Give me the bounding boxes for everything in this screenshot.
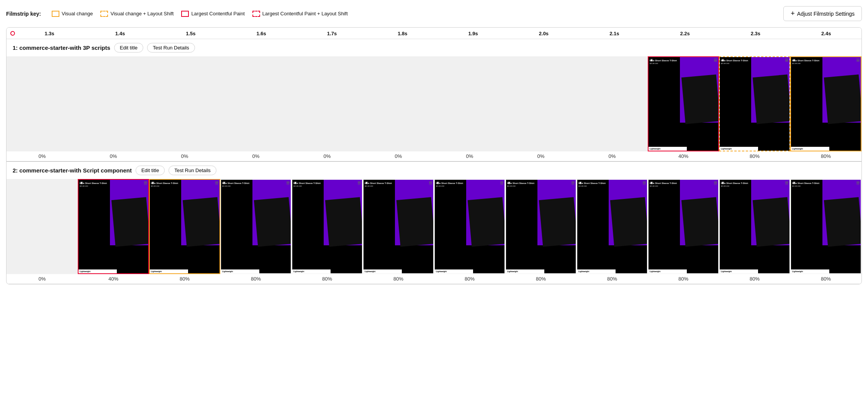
frame-cell-f1-1[interactable] bbox=[7, 56, 78, 151]
timeline-mark: 1.7s bbox=[296, 31, 367, 36]
product-info-f2-11: New Short Sleeve T-Shirt $25.99 USD bbox=[720, 181, 758, 188]
percent-cell-f1-10: 40% bbox=[648, 151, 719, 161]
frame-cell-f2-9[interactable]: New Short Sleeve T-Shirt $25.99 USD Ligh… bbox=[576, 179, 648, 274]
menu-lines bbox=[857, 59, 860, 62]
test-run-details-button-test-1[interactable]: Test Run Details bbox=[147, 43, 195, 53]
percent-cell-f2-9: 80% bbox=[576, 274, 648, 284]
timeline-mark: 2.1s bbox=[579, 31, 650, 36]
product-card-f1-10: New Short Sleeve T-Shirt $25.99 USD Ligh… bbox=[649, 57, 718, 151]
timeline-mark: 1.9s bbox=[438, 31, 508, 36]
menu-line-3 bbox=[500, 184, 503, 185]
product-title-f2-11: New Short Sleeve T-Shirt bbox=[721, 182, 757, 185]
product-card-f2-8: New Short Sleeve T-Shirt $25.99 USD Ligh… bbox=[506, 180, 576, 273]
frame-image-f1-10: New Short Sleeve T-Shirt $25.99 USD Ligh… bbox=[648, 56, 719, 151]
frame-image-f2-3: New Short Sleeve T-Shirt $25.99 USD Ligh… bbox=[149, 179, 220, 274]
frame-cell-f1-7[interactable] bbox=[434, 56, 505, 151]
frame-image-f1-7 bbox=[434, 56, 505, 151]
product-price-f2-12: $25.99 USD bbox=[792, 185, 828, 187]
percent-cell-f1-6: 0% bbox=[363, 151, 434, 161]
menu-line-1 bbox=[572, 181, 575, 182]
product-badge-f2-8: Lightweight bbox=[506, 269, 544, 273]
menu-lines bbox=[215, 181, 218, 185]
menu-line-1 bbox=[287, 181, 290, 182]
edit-title-button-test-2[interactable]: Edit title bbox=[136, 166, 165, 175]
menu-line-3 bbox=[358, 184, 361, 185]
product-price-f2-2: $25.99 USD bbox=[80, 185, 116, 187]
menu-lines bbox=[144, 181, 147, 185]
percent-cell-f2-11: 80% bbox=[719, 274, 790, 284]
product-title-f2-4: New Short Sleeve T-Shirt bbox=[222, 182, 258, 185]
frames-row-test-2: New Short Sleeve T-Shirt $25.99 USD Ligh… bbox=[7, 179, 861, 274]
product-badge-f2-7: Lightweight bbox=[435, 269, 473, 273]
timeline-dot bbox=[10, 31, 15, 36]
frame-cell-f1-11[interactable]: New Short Sleeve T-Shirt $25.99 USD Ligh… bbox=[719, 56, 790, 151]
frame-cell-f2-10[interactable]: New Short Sleeve T-Shirt $25.99 USD Ligh… bbox=[648, 179, 719, 274]
frame-cell-f1-8[interactable] bbox=[505, 56, 576, 151]
frame-cell-f2-1[interactable] bbox=[7, 179, 78, 274]
test-header-test-1: 1: commerce-starter-with 3P scriptsEdit … bbox=[7, 39, 861, 56]
legend-item-lcp: Largest Contentful Paint bbox=[181, 11, 244, 17]
percent-cell-f1-7: 0% bbox=[434, 151, 505, 161]
frame-cell-f1-9[interactable] bbox=[576, 56, 648, 151]
menu-line-3 bbox=[287, 184, 290, 185]
menu-line-1 bbox=[144, 181, 147, 182]
frame-cell-f2-6[interactable]: New Short Sleeve T-Shirt $25.99 USD Ligh… bbox=[363, 179, 434, 274]
product-info-f2-4: New Short Sleeve T-Shirt $25.99 USD bbox=[221, 181, 259, 188]
product-price-f2-10: $25.99 USD bbox=[650, 185, 686, 187]
product-shirt-img bbox=[183, 197, 220, 246]
product-card-f2-12: New Short Sleeve T-Shirt $25.99 USD Ligh… bbox=[791, 180, 861, 273]
timeline-mark: 1.4s bbox=[85, 31, 155, 36]
frame-cell-f2-4[interactable]: New Short Sleeve T-Shirt $25.99 USD Ligh… bbox=[220, 179, 292, 274]
menu-line-3 bbox=[643, 184, 646, 185]
percent-cell-f1-4: 0% bbox=[220, 151, 292, 161]
frame-cell-f1-10[interactable]: New Short Sleeve T-Shirt $25.99 USD Ligh… bbox=[648, 56, 719, 151]
frame-cell-f1-5[interactable] bbox=[292, 56, 363, 151]
timeline-marks: 1.3s1.4s1.5s1.6s1.7s1.8s1.9s2.0s2.1s2.2s… bbox=[14, 31, 861, 36]
adjust-filmstrip-button[interactable]: + Adjust Filmstrip Settings bbox=[783, 6, 862, 21]
product-shirt-img bbox=[254, 197, 292, 246]
frame-cell-f2-5[interactable]: New Short Sleeve T-Shirt $25.99 USD Ligh… bbox=[292, 179, 363, 274]
menu-lines bbox=[785, 181, 788, 185]
product-card-f2-5: New Short Sleeve T-Shirt $25.99 USD Ligh… bbox=[292, 180, 362, 273]
product-shirt-img bbox=[824, 197, 861, 246]
timeline-mark: 2.3s bbox=[720, 31, 791, 36]
frame-cell-f2-7[interactable]: New Short Sleeve T-Shirt $25.99 USD Ligh… bbox=[434, 179, 505, 274]
test-title-test-2: 2: commerce-starter-with Script componen… bbox=[13, 167, 132, 174]
product-title-f2-8: New Short Sleeve T-Shirt bbox=[507, 182, 543, 185]
product-card-f2-6: New Short Sleeve T-Shirt $25.99 USD Ligh… bbox=[364, 180, 433, 273]
product-info-f2-9: New Short Sleeve T-Shirt $25.99 USD bbox=[577, 181, 616, 188]
menu-line-3 bbox=[429, 184, 432, 185]
timeline-mark: 2.2s bbox=[650, 31, 720, 36]
percent-cell-f1-11: 80% bbox=[719, 151, 790, 161]
edit-title-button-test-1[interactable]: Edit title bbox=[114, 43, 143, 53]
test-run-details-button-test-2[interactable]: Test Run Details bbox=[169, 166, 216, 175]
legend-box-lcp-layout bbox=[252, 11, 260, 17]
menu-line-2 bbox=[572, 182, 575, 183]
frame-cell-f2-3[interactable]: New Short Sleeve T-Shirt $25.99 USD Ligh… bbox=[149, 179, 220, 274]
frame-cell-f2-2[interactable]: New Short Sleeve T-Shirt $25.99 USD Ligh… bbox=[78, 179, 149, 274]
product-price-f2-9: $25.99 USD bbox=[578, 185, 614, 187]
frame-cell-f1-4[interactable] bbox=[220, 56, 292, 151]
menu-line-2 bbox=[714, 182, 717, 183]
menu-line-1 bbox=[643, 181, 646, 182]
frame-image-f2-2: New Short Sleeve T-Shirt $25.99 USD Ligh… bbox=[78, 179, 149, 274]
frame-cell-f2-8[interactable]: New Short Sleeve T-Shirt $25.99 USD Ligh… bbox=[505, 179, 576, 274]
frame-cell-f1-3[interactable] bbox=[149, 56, 220, 151]
frame-cell-f2-12[interactable]: New Short Sleeve T-Shirt $25.99 USD Ligh… bbox=[790, 179, 861, 274]
frame-image-f2-5: New Short Sleeve T-Shirt $25.99 USD Ligh… bbox=[292, 179, 363, 274]
frame-cell-f1-2[interactable] bbox=[78, 56, 149, 151]
percent-cell-f1-12: 80% bbox=[790, 151, 861, 161]
legend-item-visual-change: Visual change bbox=[52, 11, 93, 17]
product-price-f2-4: $25.99 USD bbox=[222, 185, 258, 187]
frame-cell-f1-6[interactable] bbox=[363, 56, 434, 151]
product-badge-f2-10: Lightweight bbox=[649, 269, 687, 273]
frame-cell-f1-12[interactable]: New Short Sleeve T-Shirt $25.99 USD Ligh… bbox=[790, 56, 861, 151]
frame-cell-f2-11[interactable]: New Short Sleeve T-Shirt $25.99 USD Ligh… bbox=[719, 179, 790, 274]
percent-cell-f2-10: 80% bbox=[648, 274, 719, 284]
frame-image-f2-12: New Short Sleeve T-Shirt $25.99 USD Ligh… bbox=[790, 179, 861, 274]
menu-lines bbox=[714, 181, 717, 185]
frame-image-f2-11: New Short Sleeve T-Shirt $25.99 USD Ligh… bbox=[719, 179, 790, 274]
product-card-f2-4: New Short Sleeve T-Shirt $25.99 USD Ligh… bbox=[221, 180, 291, 273]
product-shirt-img bbox=[396, 197, 434, 246]
frame-image-f1-9 bbox=[576, 56, 648, 151]
